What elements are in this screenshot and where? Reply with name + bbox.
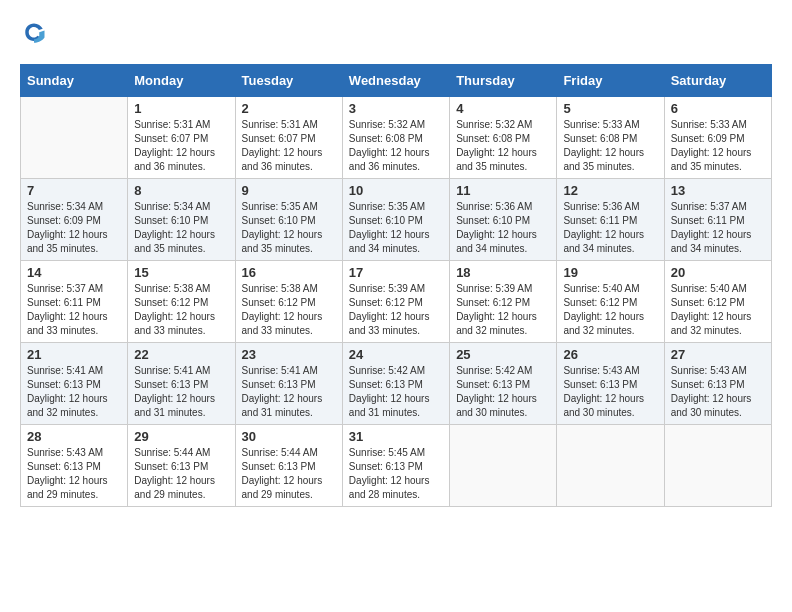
day-info: Sunrise: 5:31 AMSunset: 6:07 PMDaylight:… <box>134 118 228 174</box>
day-info: Sunrise: 5:44 AMSunset: 6:13 PMDaylight:… <box>134 446 228 502</box>
day-info: Sunrise: 5:43 AMSunset: 6:13 PMDaylight:… <box>27 446 121 502</box>
day-info: Sunrise: 5:45 AMSunset: 6:13 PMDaylight:… <box>349 446 443 502</box>
calendar-cell: 20Sunrise: 5:40 AMSunset: 6:12 PMDayligh… <box>664 261 771 343</box>
day-info: Sunrise: 5:38 AMSunset: 6:12 PMDaylight:… <box>134 282 228 338</box>
week-row-1: 1Sunrise: 5:31 AMSunset: 6:07 PMDaylight… <box>21 97 772 179</box>
day-number: 16 <box>242 265 336 280</box>
day-info: Sunrise: 5:34 AMSunset: 6:10 PMDaylight:… <box>134 200 228 256</box>
day-number: 26 <box>563 347 657 362</box>
day-number: 15 <box>134 265 228 280</box>
calendar-cell: 19Sunrise: 5:40 AMSunset: 6:12 PMDayligh… <box>557 261 664 343</box>
calendar-cell: 28Sunrise: 5:43 AMSunset: 6:13 PMDayligh… <box>21 425 128 507</box>
day-number: 1 <box>134 101 228 116</box>
day-info: Sunrise: 5:39 AMSunset: 6:12 PMDaylight:… <box>456 282 550 338</box>
day-info: Sunrise: 5:32 AMSunset: 6:08 PMDaylight:… <box>349 118 443 174</box>
calendar-cell: 24Sunrise: 5:42 AMSunset: 6:13 PMDayligh… <box>342 343 449 425</box>
calendar-cell: 14Sunrise: 5:37 AMSunset: 6:11 PMDayligh… <box>21 261 128 343</box>
calendar-cell <box>21 97 128 179</box>
day-number: 5 <box>563 101 657 116</box>
calendar-cell: 17Sunrise: 5:39 AMSunset: 6:12 PMDayligh… <box>342 261 449 343</box>
calendar-cell: 16Sunrise: 5:38 AMSunset: 6:12 PMDayligh… <box>235 261 342 343</box>
calendar-cell: 6Sunrise: 5:33 AMSunset: 6:09 PMDaylight… <box>664 97 771 179</box>
calendar-cell: 12Sunrise: 5:36 AMSunset: 6:11 PMDayligh… <box>557 179 664 261</box>
day-header-sunday: Sunday <box>21 65 128 97</box>
day-info: Sunrise: 5:41 AMSunset: 6:13 PMDaylight:… <box>134 364 228 420</box>
page-header <box>20 20 772 48</box>
calendar-cell: 15Sunrise: 5:38 AMSunset: 6:12 PMDayligh… <box>128 261 235 343</box>
day-number: 24 <box>349 347 443 362</box>
calendar-cell: 21Sunrise: 5:41 AMSunset: 6:13 PMDayligh… <box>21 343 128 425</box>
day-header-friday: Friday <box>557 65 664 97</box>
calendar-cell <box>557 425 664 507</box>
day-number: 10 <box>349 183 443 198</box>
day-number: 20 <box>671 265 765 280</box>
day-number: 25 <box>456 347 550 362</box>
calendar-cell: 31Sunrise: 5:45 AMSunset: 6:13 PMDayligh… <box>342 425 449 507</box>
logo-icon <box>20 20 48 48</box>
calendar-cell: 18Sunrise: 5:39 AMSunset: 6:12 PMDayligh… <box>450 261 557 343</box>
day-number: 4 <box>456 101 550 116</box>
day-info: Sunrise: 5:39 AMSunset: 6:12 PMDaylight:… <box>349 282 443 338</box>
week-row-3: 14Sunrise: 5:37 AMSunset: 6:11 PMDayligh… <box>21 261 772 343</box>
calendar-cell: 23Sunrise: 5:41 AMSunset: 6:13 PMDayligh… <box>235 343 342 425</box>
day-info: Sunrise: 5:42 AMSunset: 6:13 PMDaylight:… <box>456 364 550 420</box>
day-number: 27 <box>671 347 765 362</box>
day-number: 9 <box>242 183 336 198</box>
day-number: 2 <box>242 101 336 116</box>
day-info: Sunrise: 5:40 AMSunset: 6:12 PMDaylight:… <box>671 282 765 338</box>
day-info: Sunrise: 5:36 AMSunset: 6:11 PMDaylight:… <box>563 200 657 256</box>
calendar-header-row: SundayMondayTuesdayWednesdayThursdayFrid… <box>21 65 772 97</box>
day-header-saturday: Saturday <box>664 65 771 97</box>
calendar-cell: 26Sunrise: 5:43 AMSunset: 6:13 PMDayligh… <box>557 343 664 425</box>
calendar-cell: 29Sunrise: 5:44 AMSunset: 6:13 PMDayligh… <box>128 425 235 507</box>
day-info: Sunrise: 5:33 AMSunset: 6:08 PMDaylight:… <box>563 118 657 174</box>
day-number: 12 <box>563 183 657 198</box>
day-number: 23 <box>242 347 336 362</box>
calendar-cell: 22Sunrise: 5:41 AMSunset: 6:13 PMDayligh… <box>128 343 235 425</box>
calendar-cell: 13Sunrise: 5:37 AMSunset: 6:11 PMDayligh… <box>664 179 771 261</box>
day-number: 22 <box>134 347 228 362</box>
logo <box>20 20 52 48</box>
day-number: 28 <box>27 429 121 444</box>
day-info: Sunrise: 5:33 AMSunset: 6:09 PMDaylight:… <box>671 118 765 174</box>
day-number: 21 <box>27 347 121 362</box>
day-number: 3 <box>349 101 443 116</box>
week-row-2: 7Sunrise: 5:34 AMSunset: 6:09 PMDaylight… <box>21 179 772 261</box>
day-header-monday: Monday <box>128 65 235 97</box>
day-info: Sunrise: 5:35 AMSunset: 6:10 PMDaylight:… <box>349 200 443 256</box>
calendar-cell: 30Sunrise: 5:44 AMSunset: 6:13 PMDayligh… <box>235 425 342 507</box>
day-info: Sunrise: 5:34 AMSunset: 6:09 PMDaylight:… <box>27 200 121 256</box>
day-info: Sunrise: 5:37 AMSunset: 6:11 PMDaylight:… <box>27 282 121 338</box>
day-number: 17 <box>349 265 443 280</box>
calendar-table: SundayMondayTuesdayWednesdayThursdayFrid… <box>20 64 772 507</box>
calendar-cell: 8Sunrise: 5:34 AMSunset: 6:10 PMDaylight… <box>128 179 235 261</box>
day-header-tuesday: Tuesday <box>235 65 342 97</box>
day-number: 18 <box>456 265 550 280</box>
calendar-cell: 1Sunrise: 5:31 AMSunset: 6:07 PMDaylight… <box>128 97 235 179</box>
day-number: 7 <box>27 183 121 198</box>
day-info: Sunrise: 5:44 AMSunset: 6:13 PMDaylight:… <box>242 446 336 502</box>
day-number: 30 <box>242 429 336 444</box>
calendar-cell: 11Sunrise: 5:36 AMSunset: 6:10 PMDayligh… <box>450 179 557 261</box>
day-info: Sunrise: 5:35 AMSunset: 6:10 PMDaylight:… <box>242 200 336 256</box>
calendar-cell: 2Sunrise: 5:31 AMSunset: 6:07 PMDaylight… <box>235 97 342 179</box>
day-info: Sunrise: 5:42 AMSunset: 6:13 PMDaylight:… <box>349 364 443 420</box>
week-row-4: 21Sunrise: 5:41 AMSunset: 6:13 PMDayligh… <box>21 343 772 425</box>
calendar-cell: 9Sunrise: 5:35 AMSunset: 6:10 PMDaylight… <box>235 179 342 261</box>
calendar-cell: 3Sunrise: 5:32 AMSunset: 6:08 PMDaylight… <box>342 97 449 179</box>
calendar-cell: 4Sunrise: 5:32 AMSunset: 6:08 PMDaylight… <box>450 97 557 179</box>
day-number: 19 <box>563 265 657 280</box>
calendar-cell: 5Sunrise: 5:33 AMSunset: 6:08 PMDaylight… <box>557 97 664 179</box>
day-number: 13 <box>671 183 765 198</box>
day-info: Sunrise: 5:36 AMSunset: 6:10 PMDaylight:… <box>456 200 550 256</box>
week-row-5: 28Sunrise: 5:43 AMSunset: 6:13 PMDayligh… <box>21 425 772 507</box>
day-info: Sunrise: 5:40 AMSunset: 6:12 PMDaylight:… <box>563 282 657 338</box>
day-info: Sunrise: 5:31 AMSunset: 6:07 PMDaylight:… <box>242 118 336 174</box>
calendar-cell: 25Sunrise: 5:42 AMSunset: 6:13 PMDayligh… <box>450 343 557 425</box>
calendar-cell: 10Sunrise: 5:35 AMSunset: 6:10 PMDayligh… <box>342 179 449 261</box>
calendar-cell: 7Sunrise: 5:34 AMSunset: 6:09 PMDaylight… <box>21 179 128 261</box>
day-number: 8 <box>134 183 228 198</box>
day-info: Sunrise: 5:38 AMSunset: 6:12 PMDaylight:… <box>242 282 336 338</box>
day-info: Sunrise: 5:43 AMSunset: 6:13 PMDaylight:… <box>563 364 657 420</box>
calendar-cell <box>664 425 771 507</box>
